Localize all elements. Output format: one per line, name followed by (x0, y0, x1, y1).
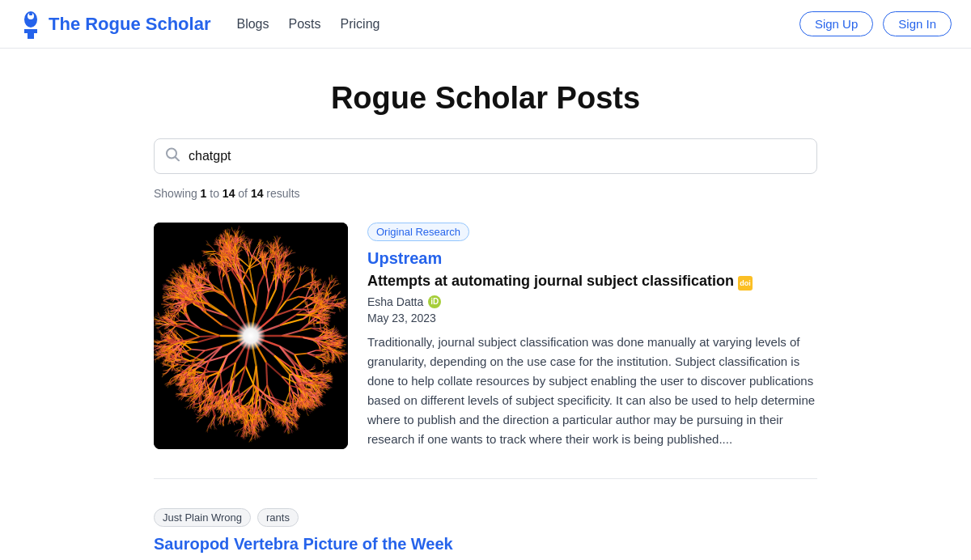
results-range-separator: to (206, 187, 222, 200)
svg-rect-4 (29, 13, 32, 15)
results-range-end: 14 (223, 187, 235, 200)
author-upstream: Esha Datta (367, 295, 423, 308)
svg-rect-1 (24, 29, 37, 33)
article-card-upstream: Original Research Upstream Attempts at a… (154, 223, 817, 479)
article-content-upstream: Original Research Upstream Attempts at a… (367, 223, 817, 449)
tag-rants: rants (257, 508, 299, 527)
results-suffix: results (263, 187, 299, 200)
article-title-upstream: Attempts at automating journal subject c… (367, 273, 817, 291)
main-content: Rogue Scholar Posts Showing 1 to 14 of 1… (138, 49, 833, 560)
search-icon (165, 147, 180, 166)
results-middle: of (235, 187, 250, 200)
nav-links: Blogs Posts Pricing (236, 17, 799, 32)
results-info: Showing 1 to 14 of 14 results (154, 187, 817, 200)
logo-text: The Rogue Scholar (49, 14, 210, 35)
article-tags-sauropod: Just Plain Wrong rants (154, 508, 817, 527)
nav-blogs[interactable]: Blogs (236, 17, 269, 32)
svg-rect-0 (28, 32, 34, 39)
page-title: Rogue Scholar Posts (154, 81, 817, 116)
blog-name-upstream[interactable]: Upstream (367, 249, 817, 268)
article-meta-upstream: Esha Datta iD (367, 295, 817, 308)
nav-pricing[interactable]: Pricing (341, 17, 380, 32)
article-excerpt-upstream: Traditionally, journal subject classific… (367, 333, 817, 449)
svg-line-6 (176, 158, 179, 161)
search-input[interactable] (154, 138, 817, 174)
article-card-sauropod: Just Plain Wrong rants Sauropod Vertebra… (154, 508, 817, 560)
tag-just-plain-wrong: Just Plain Wrong (154, 508, 251, 527)
signup-button[interactable]: Sign Up (799, 11, 873, 36)
logo-link[interactable]: The Rogue Scholar (19, 8, 210, 40)
tag-original-research: Original Research (367, 223, 469, 241)
article-tags-upstream: Original Research (367, 223, 817, 241)
article-image-canvas (154, 223, 348, 449)
logo-icon (19, 8, 42, 40)
orcid-icon-upstream: iD (428, 295, 441, 308)
doi-icon-upstream: doi (738, 276, 753, 291)
navbar: The Rogue Scholar Blogs Posts Pricing Si… (0, 0, 971, 49)
blog-name-sauropod[interactable]: Sauropod Vertebra Picture of the Week (154, 535, 817, 554)
results-prefix: Showing (154, 187, 201, 200)
search-wrapper (154, 138, 817, 174)
signin-button[interactable]: Sign In (883, 11, 952, 36)
nav-posts[interactable]: Posts (289, 17, 321, 32)
nav-actions: Sign Up Sign In (799, 11, 952, 36)
svg-point-5 (167, 149, 176, 159)
article-image-upstream (154, 223, 348, 449)
article-date-upstream: May 23, 2023 (367, 312, 817, 325)
results-total: 14 (251, 187, 264, 200)
